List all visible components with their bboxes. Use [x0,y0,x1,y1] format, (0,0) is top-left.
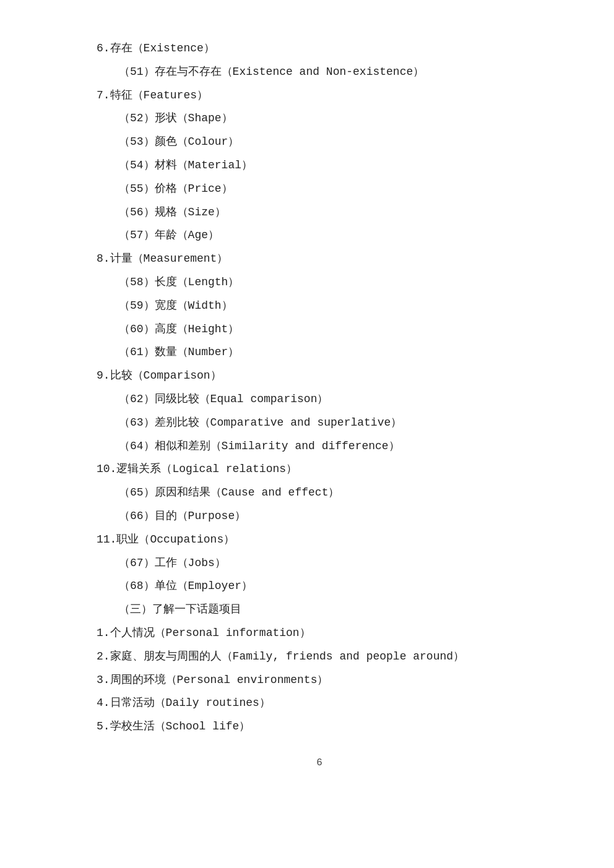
list-item: 11.职业（Occupations） [74,528,564,552]
list-item: （68）单位（Employer） [74,575,564,598]
list-item: 8.计量（Measurement） [74,247,564,271]
list-item: 5.学校生活（School life） [74,715,564,739]
list-item: （62）同级比较（Equal comparison） [74,388,564,411]
list-item: （56）规格（Size） [74,201,564,225]
list-item: 2.家庭、朋友与周围的人（Family, friends and people … [74,645,564,669]
list-item: （61）数量（Number） [74,341,564,364]
list-item: （63）差别比较（Comparative and superlative） [74,411,564,435]
list-item: 1.个人情况（Personal information） [74,622,564,645]
list-item: （三）了解一下话题项目 [74,598,564,622]
list-item: （60）高度（Height） [74,318,564,342]
list-item: （51）存在与不存在（Existence and Non-existence） [74,61,564,84]
list-item: （54）材料（Material） [74,154,564,178]
list-item: （67）工作（Jobs） [74,552,564,575]
page-container: 6.存在（Existence）（51）存在与不存在（Existence and … [0,0,614,868]
list-item: （64）相似和差别（Similarity and difference） [74,435,564,458]
list-item: （57）年龄（Age） [74,224,564,247]
list-item: （52）形状（Shape） [74,107,564,131]
list-item: （59）宽度（Width） [74,294,564,318]
list-item: （65）原因和结果（Cause and effect） [74,481,564,505]
list-item: 10.逻辑关系（Logical relations） [74,458,564,481]
list-item: （58）长度（Length） [74,271,564,294]
list-item: 9.比较（Comparison） [74,364,564,388]
list-item: 3.周围的环境（Personal environments） [74,669,564,692]
list-item: （66）目的（Purpose） [74,505,564,528]
list-item: （55）价格（Price） [74,178,564,201]
page-number: 6 [74,757,564,768]
list-item: 7.特征（Features） [74,84,564,108]
list-item: （53）颜色（Colour） [74,131,564,154]
list-item: 4.日常活动（Daily routines） [74,692,564,715]
list-item: 6.存在（Existence） [74,37,564,61]
content-block: 6.存在（Existence）（51）存在与不存在（Existence and … [74,37,564,739]
